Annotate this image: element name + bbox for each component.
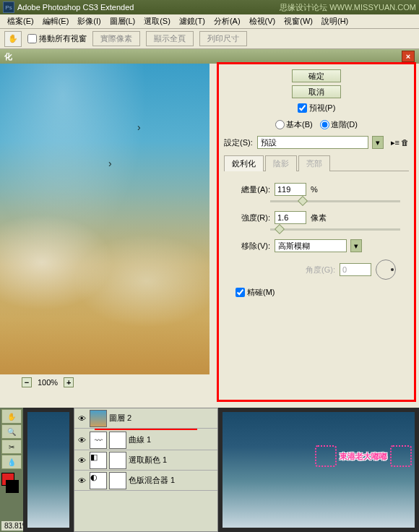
watermark: 思缘设计论坛 WWW.MISSYUAN.COM [280,2,416,13]
amount-slider[interactable] [270,200,400,202]
hand-tool[interactable]: ✋ [1,409,22,424]
layer-name[interactable]: 圖層 2 [109,413,131,424]
hand-tool-icon[interactable]: ✋ [4,31,22,47]
mask-thumb[interactable] [109,452,126,469]
layer-row[interactable]: 👁 〰 曲線 1 [74,430,217,450]
chevron-down-icon[interactable]: ▾ [350,239,362,252]
radius-slider[interactable] [270,228,400,231]
layer-row[interactable]: 👁 ◐ 色版混合器 1 [74,471,217,491]
visibility-icon[interactable]: 👁 [76,475,87,486]
background-swatch[interactable] [6,480,19,493]
navigator-thumb[interactable] [27,412,69,528]
visibility-icon[interactable]: 👁 [76,413,87,424]
crop-tool[interactable]: ✂ [1,439,22,454]
visibility-icon[interactable]: 👁 [76,455,87,466]
layer-thumb[interactable] [90,410,107,427]
mask-thumb[interactable] [109,432,126,449]
chevron-down-icon[interactable]: ▾ [372,136,384,149]
navigator-panel [23,408,74,532]
angle-dial [376,259,396,280]
menu-help[interactable]: 說明(H) [317,14,353,28]
menu-bar: 檔案(E) 編輯(E) 影像(I) 圖層(L) 選取(S) 濾鏡(T) 分析(A… [0,14,419,29]
delete-preset-icon[interactable]: 🗑 [401,138,409,147]
scroll-all-checkbox[interactable]: 捲動所有視窗 [27,33,87,44]
layers-panel: 👁 圖層 2 👁 〰 曲線 1 👁 ◧ 選取顏色 1 👁 ◐ 色版混合器 1 [74,408,218,532]
dialog-body: › › − 100% + 確定 取消 預視(P) 基本(B) 進階(D) 設定(… [0,64,419,408]
fit-screen-button[interactable]: 顯示全頁 [146,31,194,46]
title-bar: Ps Adobe Photoshop CS3 Extended 思缘设计论坛 W… [0,0,419,14]
menu-filter[interactable]: 濾鏡(T) [175,14,209,28]
visibility-icon[interactable]: 👁 [76,434,87,446]
menu-image[interactable]: 影像(I) [73,14,105,28]
adjustment-icon[interactable]: 〰 [90,432,107,449]
layer-name[interactable]: 色版混合器 1 [129,475,175,486]
layer-name[interactable]: 曲線 1 [129,434,151,445]
slider-thumb[interactable] [275,224,285,234]
angle-input [340,263,371,276]
layer-row[interactable]: 👁 圖層 2 [74,408,217,429]
canvas[interactable] [223,412,415,528]
mask-thumb[interactable] [109,472,126,489]
preview-image[interactable]: › › [0,64,209,374]
bottom-panels: ✋ 🔍 ✂ 💧 83.81% 👁 圖層 2 👁 〰 曲線 1 👁 ◧ 選取 [0,408,419,532]
basic-radio[interactable]: 基本(B) [275,119,313,130]
accurate-label: 精確(M) [247,287,275,298]
zoom-level: 100% [38,378,58,387]
layer-name[interactable]: 選取顏色 1 [129,455,167,466]
controls-pane: 確定 取消 預視(P) 基本(B) 進階(D) 設定(S): 預設 ▾ ▸≡ 🗑… [214,64,419,408]
document-window [218,408,419,532]
options-bar: ✋ 捲動所有視窗 實際像素 顯示全頁 列印尺寸 [0,29,419,49]
slider-thumb[interactable] [298,196,308,206]
tab-sharpen[interactable]: 銳利化 [224,155,264,171]
print-size-button[interactable]: 列印尺寸 [199,31,247,46]
save-preset-icon[interactable]: ▸≡ [391,138,399,147]
app-title: Adobe Photoshop CS3 Extended [17,3,134,12]
scroll-all-input[interactable] [27,34,37,43]
menu-file[interactable]: 檔案(E) [3,14,38,28]
tab-shadow[interactable]: 陰影 [265,155,297,171]
menu-window[interactable]: 視窗(W) [280,14,317,28]
amount-label: 總量(A): [230,184,270,195]
remove-select[interactable]: 高斯模糊 [275,239,347,252]
preview-checkbox[interactable] [298,103,307,113]
preview-label: 預視(P) [309,103,336,113]
radius-label: 強度(R): [230,213,270,223]
close-icon[interactable]: × [402,51,415,62]
tab-strip: 銳利化 陰影 亮部 [224,155,409,171]
zoom-out-button[interactable]: − [22,377,32,387]
preview-pane: › › − 100% + [0,64,214,408]
ok-button[interactable]: 確定 [292,69,341,82]
menu-analysis[interactable]: 分析(A) [209,14,245,28]
angle-label: 角度(G): [306,265,335,275]
layer-row[interactable]: 👁 ◧ 選取顏色 1 [74,450,217,471]
preset-select[interactable]: 預設 [257,136,368,149]
zoom-tool[interactable]: 🔍 [1,424,22,439]
advanced-radio[interactable]: 進階(D) [320,119,358,130]
amount-unit: % [311,185,318,194]
menu-edit[interactable]: 編輯(E) [38,14,74,28]
menu-select[interactable]: 選取(S) [139,14,175,28]
remove-label: 移除(V): [230,241,270,252]
preset-label: 設定(S): [224,137,253,148]
accurate-checkbox[interactable] [236,288,245,297]
cancel-button[interactable]: 取消 [292,85,341,98]
bird-icon: › [137,121,141,133]
amount-input[interactable] [275,183,306,196]
eyedropper-tool[interactable]: 💧 [1,455,22,469]
tab-highlight[interactable]: 亮部 [298,155,330,171]
tools-palette: ✋ 🔍 ✂ 💧 83.81% [0,408,23,532]
radius-unit: 像素 [311,213,327,223]
zoom-controls: − 100% + [0,374,214,390]
menu-view[interactable]: 檢視(V) [245,14,280,28]
adjustment-icon[interactable]: ◐ [90,472,107,489]
actual-pixels-button[interactable]: 實際像素 [92,31,140,46]
dialog-titlebar: 化 × [0,49,419,64]
adjustment-icon[interactable]: ◧ [90,452,107,469]
bird-icon: › [108,158,112,169]
menu-layer[interactable]: 圖層(L) [105,14,139,28]
scroll-all-label: 捲動所有視窗 [39,33,87,44]
zoom-in-button[interactable]: + [64,377,74,387]
app-icon: Ps [3,1,14,13]
radius-input[interactable] [275,211,306,224]
dialog-title: 化 [4,51,12,62]
